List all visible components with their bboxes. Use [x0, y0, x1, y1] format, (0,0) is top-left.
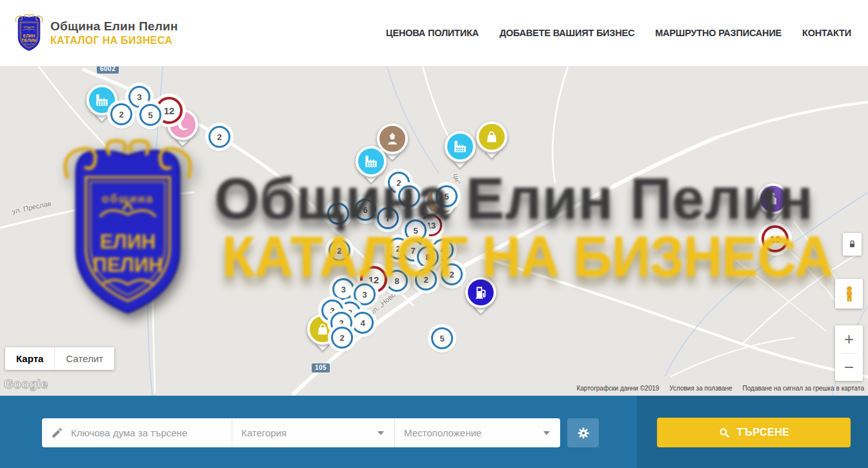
- street-view-pegman-button[interactable]: [835, 279, 863, 309]
- caret-down-icon: [543, 431, 550, 435]
- zoom-in-button[interactable]: +: [835, 325, 863, 353]
- svg-text:ЕЛИН: ЕЛИН: [23, 34, 35, 38]
- search-bar: Категория Местоположение ТЪРСЕНЕ: [0, 396, 868, 468]
- map-canvas[interactable]: община ЕЛИН ПЕЛИН Община Елин Пелин КАТА…: [0, 66, 868, 396]
- pegman-icon: [841, 283, 858, 304]
- map-cluster-marker[interactable]: 2: [208, 126, 230, 148]
- map-type-control: Карта Сателит: [5, 347, 114, 370]
- municipality-crest-icon: община ЕЛИН ПЕЛИН: [14, 13, 44, 53]
- zoom-out-button[interactable]: −: [835, 354, 863, 382]
- map-pin-factory[interactable]: [445, 131, 476, 162]
- map-type-satellite-button[interactable]: Сателит: [55, 347, 114, 370]
- search-button-label: ТЪРСЕНЕ: [737, 427, 790, 438]
- report-error-link[interactable]: Подаване на сигнал за грешка в картата: [743, 385, 864, 392]
- site-header: община ЕЛИН ПЕЛИН Община Елин Пелин КАТА…: [0, 0, 868, 66]
- map-cluster-marker[interactable]: 5: [139, 104, 161, 126]
- search-icon: [718, 427, 731, 439]
- map-attribution: Картографски данни ©2019 Условия за полз…: [576, 385, 864, 392]
- pencil-icon: [51, 427, 63, 439]
- lock-icon: [847, 238, 857, 250]
- terms-link[interactable]: Условия за ползване: [669, 385, 732, 392]
- site-subtitle: КАТАЛОГ НА БИЗНЕСА: [50, 35, 178, 46]
- main-nav: ЦЕНОВА ПОЛИТИКАДОБАВЕТЕ ВАШИЯТ БИЗНЕСМАР…: [386, 28, 851, 38]
- watermark-title: Община Елин Пелин: [214, 170, 813, 228]
- factory-icon: [445, 131, 476, 162]
- search-button[interactable]: ТЪРСЕНЕ: [657, 418, 851, 447]
- map-pin-bag[interactable]: [476, 121, 507, 152]
- map-cluster-marker[interactable]: 2: [331, 327, 353, 349]
- nav-item-3[interactable]: МАРШРУТНО РАЗПИСАНИЕ: [655, 28, 782, 38]
- map-cluster-marker[interactable]: 4: [352, 312, 374, 334]
- attribution-copyright: Картографски данни ©2019: [576, 385, 659, 392]
- nav-item-4[interactable]: КОНТАКТИ: [802, 28, 851, 38]
- nav-item-2[interactable]: ДОБАВЕТЕ ВАШИЯТ БИЗНЕС: [500, 28, 634, 38]
- road-shield: 105: [312, 363, 330, 372]
- location-select[interactable]: Местоположение: [395, 418, 560, 447]
- map-cluster-marker[interactable]: 2: [110, 103, 132, 125]
- category-select[interactable]: Категория: [232, 418, 395, 447]
- road-shield: 6002: [97, 66, 119, 74]
- nav-item-1[interactable]: ЦЕНОВА ПОЛИТИКА: [386, 28, 479, 38]
- category-value: Категория: [241, 427, 287, 438]
- advanced-settings-button[interactable]: [567, 418, 599, 447]
- map-cluster-marker[interactable]: 5: [431, 327, 453, 349]
- zoom-control: + −: [835, 325, 863, 381]
- search-group: Категория Местоположение: [42, 418, 560, 447]
- map-type-map-button[interactable]: Карта: [5, 347, 55, 370]
- bag-icon: [476, 121, 507, 152]
- google-logo[interactable]: Google: [4, 377, 48, 391]
- svg-text:ПЕЛИН: ПЕЛИН: [93, 254, 163, 276]
- svg-text:ЕЛИН: ЕЛИН: [100, 230, 156, 253]
- site-logo[interactable]: община ЕЛИН ПЕЛИН Община Елин Пелин КАТА…: [14, 13, 178, 53]
- site-title: Община Елин Пелин: [50, 19, 178, 34]
- svg-text:ПЕЛИН: ПЕЛИН: [22, 38, 37, 43]
- watermark-crest-icon: община ЕЛИН ПЕЛИН: [55, 137, 201, 320]
- keyword-input[interactable]: [70, 427, 218, 439]
- location-value: Местоположение: [404, 427, 481, 438]
- keyword-field[interactable]: [42, 418, 232, 447]
- gear-icon: [576, 426, 590, 440]
- caret-down-icon: [378, 431, 384, 435]
- watermark-subtitle: КАТАЛОГ НА БИЗНЕСА: [222, 228, 833, 285]
- privacy-lock-button[interactable]: [843, 233, 862, 256]
- brand-text: Община Елин Пелин КАТАЛОГ НА БИЗНЕСА: [50, 19, 178, 46]
